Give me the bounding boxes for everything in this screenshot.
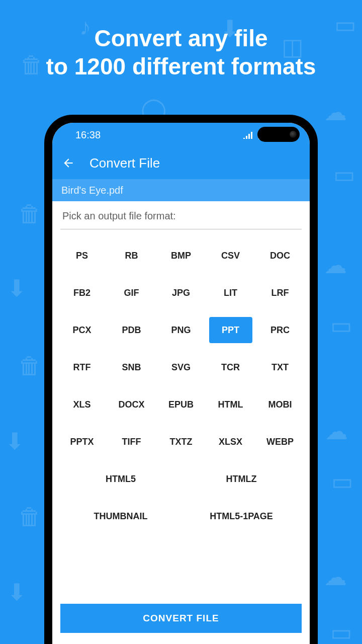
convert-file-button[interactable]: CONVERT FILE: [60, 604, 302, 633]
file-name: Bird's Eye.pdf: [61, 185, 123, 196]
format-option[interactable]: GIF: [110, 280, 153, 306]
convert-button-label: CONVERT FILE: [143, 613, 219, 624]
signal-icon: [243, 131, 253, 139]
format-option[interactable]: HTML5-1PAGE: [201, 503, 282, 529]
format-option[interactable]: BMP: [159, 243, 203, 269]
picker-field[interactable]: Pick an output file format:: [60, 201, 302, 229]
format-option[interactable]: TXT: [258, 354, 302, 380]
format-option-selected[interactable]: PPT: [209, 317, 252, 343]
statusbar-time: 16:38: [75, 129, 101, 141]
format-option[interactable]: PS: [60, 243, 104, 269]
picker-label: Pick an output file format:: [62, 210, 176, 221]
format-option[interactable]: TXTZ: [159, 429, 203, 455]
format-option[interactable]: RB: [110, 243, 153, 269]
format-option[interactable]: LIT: [209, 280, 252, 306]
promo-headline: Convert any file to 1200 different forma…: [0, 0, 362, 80]
back-button[interactable]: [61, 156, 75, 170]
format-option[interactable]: LRF: [258, 280, 302, 306]
format-option[interactable]: HTMLZ: [201, 466, 282, 492]
format-option[interactable]: PDB: [110, 317, 153, 343]
format-option[interactable]: XLS: [60, 391, 104, 418]
format-option[interactable]: PCX: [60, 317, 104, 343]
format-option[interactable]: HTML: [209, 391, 252, 418]
format-option[interactable]: SVG: [159, 354, 203, 380]
format-option[interactable]: TCR: [209, 354, 252, 380]
format-option[interactable]: RTF: [60, 354, 104, 380]
format-option[interactable]: FB2: [60, 280, 104, 306]
file-name-bar: Bird's Eye.pdf: [52, 179, 310, 201]
format-option[interactable]: TIFF: [110, 429, 153, 455]
app-bar: Convert File: [52, 147, 310, 179]
promo-line2: to 1200 different formats: [0, 52, 362, 80]
phone-screen: 16:38 Convert File Bird's Eye.pdf: [52, 123, 310, 644]
format-option[interactable]: PRC: [258, 317, 302, 343]
appbar-title: Convert File: [89, 155, 160, 171]
format-option[interactable]: MOBI: [258, 391, 302, 418]
format-option[interactable]: PPTX: [60, 429, 104, 455]
format-option[interactable]: XLSX: [209, 429, 252, 455]
promo-line1: Convert any file: [0, 24, 362, 52]
format-option[interactable]: SNB: [110, 354, 153, 380]
format-option[interactable]: JPG: [159, 280, 203, 306]
camera-cutout: [257, 127, 300, 142]
format-option[interactable]: DOC: [258, 243, 302, 269]
format-option[interactable]: PNG: [159, 317, 203, 343]
format-option[interactable]: DOCX: [110, 391, 153, 418]
content-area: Pick an output file format: PS RB BMP CS…: [52, 201, 310, 644]
format-option[interactable]: THUMBNAIL: [80, 503, 161, 529]
format-option[interactable]: CSV: [209, 243, 252, 269]
formats-grid: PS RB BMP CSV DOC FB2 GIF JPG LIT LRF: [60, 229, 302, 529]
format-option[interactable]: WEBP: [258, 429, 302, 455]
phone-frame: 16:38 Convert File Bird's Eye.pdf: [44, 115, 318, 644]
format-option[interactable]: HTML5: [80, 466, 161, 492]
arrow-left-icon: [62, 156, 75, 170]
format-option[interactable]: EPUB: [159, 391, 203, 418]
